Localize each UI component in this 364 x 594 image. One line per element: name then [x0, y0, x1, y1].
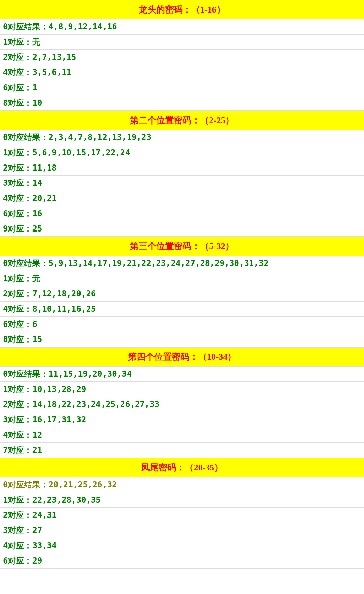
data-row: 6对应：29 [0, 553, 364, 569]
data-row: 0对应结果：4,8,9,12,14,16 [0, 19, 364, 35]
data-row: 8对应：10 [0, 95, 364, 111]
section-header: 第四个位置密码：（10-34） [0, 347, 364, 367]
data-row: 2对应：2,7,13,15 [0, 50, 364, 65]
section-header: 凤尾密码：（20-35） [0, 458, 364, 477]
data-row: 6对应：1 [0, 80, 364, 95]
data-row: 1对应：无 [0, 271, 364, 286]
data-row: 1对应：10,13,28,29 [0, 382, 364, 397]
data-row: 1对应：22,23,28,30,35 [0, 492, 364, 508]
data-row: 4对应：20,21 [0, 191, 364, 206]
data-row: 4对应：3,5,6,11 [0, 65, 364, 80]
code-table-container: 龙头的密码：（1-16）0对应结果：4,8,9,12,14,161对应：无2对应… [0, 0, 364, 569]
data-row: 0对应结果：20,21,25,26,32 [0, 477, 364, 492]
data-row: 6对应：16 [0, 206, 364, 221]
data-row: 0对应结果：11,15,19,20,30,34 [0, 367, 364, 382]
data-row: 4对应：33,34 [0, 538, 364, 553]
data-row: 3对应：14 [0, 176, 364, 191]
data-row: 1对应：5,6,9,10,15,17,22,24 [0, 145, 364, 160]
data-row: 4对应：8,10,11,16,25 [0, 302, 364, 317]
data-row: 3对应：27 [0, 523, 364, 538]
data-row: 6对应：6 [0, 317, 364, 332]
data-row: 1对应：无 [0, 35, 364, 50]
data-row: 9对应：25 [0, 221, 364, 237]
data-row: 2对应：14,18,22,23,24,25,26,27,33 [0, 397, 364, 412]
data-row: 2对应：7,12,18,20,26 [0, 286, 364, 302]
data-row: 0对应结果：2,3,4,7,8,12,13,19,23 [0, 130, 364, 145]
section-header: 第二个位置密码：（2-25） [0, 111, 364, 130]
data-row: 8对应：15 [0, 332, 364, 347]
data-row: 3对应：16,17,31,32 [0, 412, 364, 427]
data-row: 0对应结果：5,9,13,14,17,19,21,22,23,24,27,28,… [0, 256, 364, 271]
data-row: 4对应：12 [0, 427, 364, 443]
data-row: 2对应：24,31 [0, 508, 364, 523]
section-header: 龙头的密码：（1-16） [0, 0, 364, 19]
section-header: 第三个位置密码：（5-32） [0, 237, 364, 256]
data-row: 7对应：21 [0, 443, 364, 458]
data-row: 2对应：11,18 [0, 160, 364, 176]
